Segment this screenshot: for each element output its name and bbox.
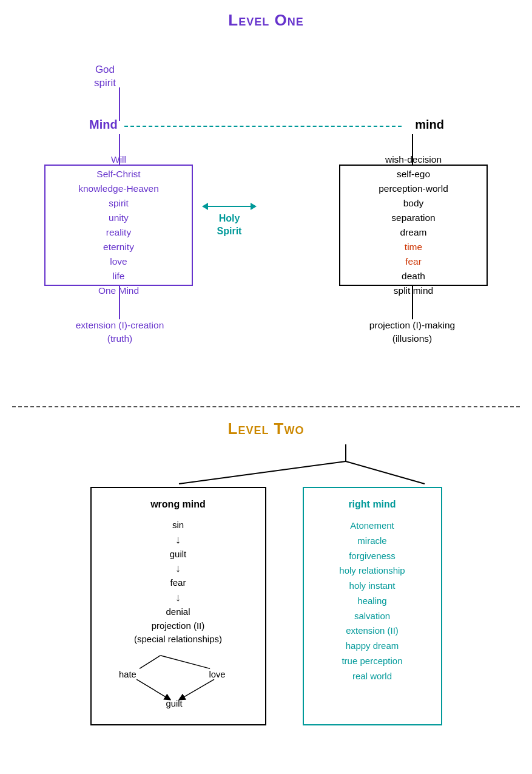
- right-item-body: body: [379, 196, 448, 211]
- rm-extension-ii: extension (II): [316, 623, 429, 639]
- right-mind-box: right mind Atonement miracle forgiveness…: [303, 487, 442, 725]
- holy-spirit-area: HolySpirit: [193, 203, 266, 238]
- left-item-eternity: eternity: [78, 240, 159, 254]
- left-item-knowledge-heaven: knowledge-Heaven: [78, 182, 159, 196]
- right-item-separation: separation: [379, 211, 448, 225]
- god-spirit-label: God spirit: [94, 63, 116, 90]
- right-item-self-ego: self-ego: [379, 167, 448, 182]
- lower-boxes: wrong mind sin ↓ guilt ↓ fear ↓ denial p…: [0, 487, 532, 744]
- wm-guilt-1: guilt: [104, 548, 253, 562]
- rm-real-world: real world: [316, 669, 429, 684]
- right-box-content: wish-decision self-ego perception-world …: [379, 152, 448, 298]
- mind-right-label: mind: [415, 118, 444, 132]
- holy-spirit-arrow: [193, 203, 266, 210]
- rm-atonement: Atonement: [316, 518, 429, 534]
- left-item-self-christ: Self-Christ: [78, 167, 159, 182]
- right-item-time: time: [379, 240, 448, 254]
- extension-label: extension (I)-creation(truth): [33, 319, 206, 345]
- left-box: Will Self-Christ knowledge-Heaven spirit…: [44, 165, 193, 286]
- branch-container: [0, 444, 532, 487]
- arrow-fear-to-denial: ↓: [104, 590, 253, 605]
- hate-love-guilt-svg: hate love guilt: [104, 655, 253, 710]
- projection-label: projection (I)-making(illusions): [326, 319, 499, 345]
- svg-text:hate: hate: [119, 670, 136, 679]
- left-item-spirit: spirit: [78, 196, 159, 211]
- level-two-section: Level Two wrong mind sin ↓ guilt ↓ fear: [0, 407, 532, 744]
- arrow-sin-to-guilt: ↓: [104, 532, 253, 548]
- mind-left-label: Mind: [89, 118, 118, 132]
- rm-forgiveness: forgiveness: [316, 549, 429, 564]
- line-god-to-mind: [119, 87, 120, 121]
- arrow-left-icon: [202, 203, 208, 210]
- rm-salvation: salvation: [316, 609, 429, 624]
- right-box: wish-decision self-ego perception-world …: [339, 165, 488, 286]
- svg-line-7: [136, 679, 168, 698]
- rm-healing: healing: [316, 594, 429, 609]
- svg-line-1: [179, 461, 346, 484]
- branch-svg: [0, 444, 532, 487]
- wrong-mind-title: wrong mind: [104, 499, 253, 510]
- wm-special-relationships: (special relationships): [104, 633, 253, 647]
- rm-miracle: miracle: [316, 534, 429, 549]
- level-one-section: God spirit Mind mind Will Self-Christ kn…: [0, 30, 532, 406]
- svg-line-8: [181, 679, 214, 698]
- holy-spirit-label: HolySpirit: [193, 212, 266, 238]
- svg-text:guilt: guilt: [166, 699, 182, 708]
- rm-true-perception: true perception: [316, 654, 429, 669]
- right-item-dream: dream: [379, 225, 448, 240]
- right-item-perception-world: perception-world: [379, 182, 448, 196]
- svg-line-4: [160, 655, 210, 668]
- left-item-unity: unity: [78, 211, 159, 225]
- god-label: God: [94, 63, 116, 76]
- wm-denial: denial: [104, 605, 253, 619]
- right-item-split-mind: split mind: [379, 283, 448, 298]
- spirit-label: spirit: [94, 76, 116, 90]
- left-item-reality: reality: [78, 225, 159, 240]
- diagram-container: Level One God spirit Mind mind Will Self…: [0, 0, 532, 774]
- wm-sin: sin: [104, 518, 253, 532]
- arrow-line: [208, 206, 251, 207]
- svg-text:love: love: [209, 670, 225, 679]
- wrong-mind-box: wrong mind sin ↓ guilt ↓ fear ↓ denial p…: [90, 487, 266, 725]
- wm-fear: fear: [104, 576, 253, 590]
- line-left-box-down: [119, 286, 120, 319]
- mind-connector-dashed: [124, 126, 402, 127]
- right-item-death: death: [379, 269, 448, 283]
- left-box-content: Will Self-Christ knowledge-Heaven spirit…: [78, 152, 159, 298]
- right-item-wish-decision: wish-decision: [379, 152, 448, 167]
- left-item-will: Will: [78, 152, 159, 167]
- arrow-right-icon: [251, 203, 257, 210]
- left-item-love: love: [78, 254, 159, 269]
- rm-holy-relationship: holy relationship: [316, 563, 429, 579]
- line-right-box-down: [412, 286, 413, 319]
- level-one-title: Level One: [0, 0, 532, 30]
- svg-line-3: [140, 655, 160, 668]
- svg-line-2: [346, 461, 425, 484]
- hate-love-section: hate love guilt: [104, 655, 253, 710]
- rm-happy-dream: happy dream: [316, 639, 429, 654]
- right-mind-title: right mind: [316, 499, 429, 510]
- right-item-fear: fear: [379, 254, 448, 269]
- rm-holy-instant: holy instant: [316, 579, 429, 594]
- level-two-title: Level Two: [0, 407, 532, 444]
- left-item-life: life: [78, 269, 159, 283]
- wm-projection: projection (II): [104, 619, 253, 633]
- arrow-guilt-to-fear: ↓: [104, 561, 253, 576]
